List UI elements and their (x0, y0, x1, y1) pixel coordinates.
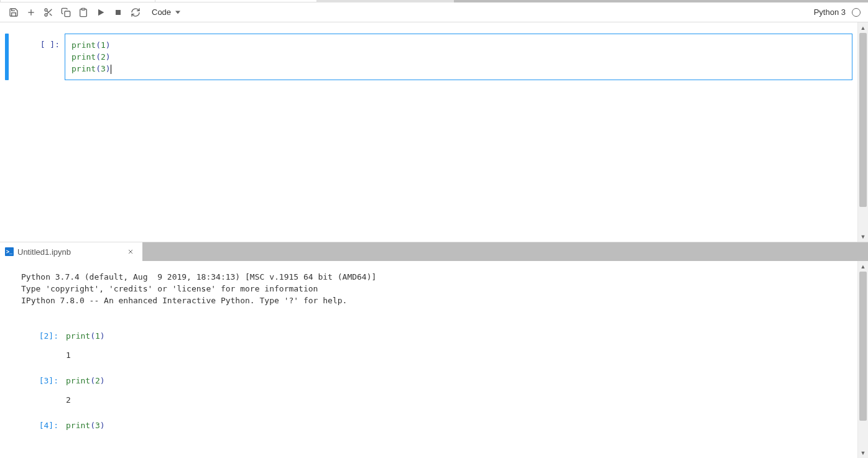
svg-line-5 (50, 13, 52, 16)
console-entry: [2]: print(1) 1 (21, 330, 852, 372)
console-input: print(3) (66, 419, 852, 431)
svg-rect-8 (81, 8, 85, 10)
scrollbar-thumb[interactable] (859, 272, 867, 421)
text-cursor (111, 65, 111, 74)
kernel-name[interactable]: Python 3 (814, 7, 846, 17)
copy-button[interactable] (57, 4, 75, 21)
interrupt-button[interactable] (109, 4, 127, 21)
notebook-scrollbar[interactable]: ▲ ▼ (857, 22, 868, 242)
svg-rect-7 (65, 11, 70, 17)
scroll-down-icon[interactable]: ▼ (858, 231, 868, 242)
console-banner: Python 3.7.4 (default, Aug 9 2019, 18:34… (21, 271, 852, 306)
run-button[interactable] (92, 4, 109, 21)
console-tab[interactable]: >_ Untitled1.ipynb (0, 242, 143, 261)
console-prompt: [3]: (21, 375, 66, 417)
console-output: 1 (66, 349, 852, 361)
cell-prompt: [ ]: (10, 34, 65, 80)
console-output: 2 (66, 394, 852, 406)
restart-button[interactable] (127, 4, 144, 21)
save-button[interactable] (5, 4, 22, 21)
scroll-up-icon[interactable]: ▲ (858, 22, 868, 33)
scrollbar-thumb[interactable] (859, 33, 867, 207)
console-prompt: [2]: (21, 330, 66, 372)
cut-button[interactable] (40, 4, 57, 21)
paste-button[interactable] (75, 4, 92, 21)
console-scrollbar[interactable]: ▲ ▼ (857, 261, 868, 458)
svg-marker-9 (98, 9, 104, 16)
tab-close-button[interactable] (125, 246, 136, 257)
terminal-icon: >_ (5, 247, 14, 256)
code-cell[interactable]: [ ]: print(1) print(2) print(3) (5, 34, 852, 80)
console-prompt: [4]: (21, 419, 66, 442)
console-input: print(1) (66, 330, 852, 342)
console-area[interactable]: Python 3.7.4 (default, Aug 9 2019, 18:34… (0, 261, 857, 458)
tab-label: Untitled1.ipynb (17, 247, 125, 257)
svg-line-6 (47, 11, 48, 12)
notebook-area[interactable]: [ ]: print(1) print(2) print(3) (0, 22, 857, 242)
svg-rect-10 (116, 10, 121, 15)
console-input: print(2) (66, 375, 852, 387)
kernel-status-icon[interactable] (852, 8, 861, 17)
console-entry: [4]: print(3) (21, 419, 852, 442)
notebook-toolbar: Code Python 3 (0, 2, 868, 22)
scroll-up-icon[interactable]: ▲ (858, 261, 868, 272)
console-tabbar: >_ Untitled1.ipynb (0, 242, 868, 261)
svg-point-2 (45, 9, 47, 11)
cell-active-indicator (5, 34, 9, 80)
insert-cell-button[interactable] (22, 4, 40, 21)
svg-point-3 (45, 14, 47, 16)
scroll-down-icon[interactable]: ▼ (858, 447, 868, 458)
console-entry: [3]: print(2) 2 (21, 375, 852, 417)
cell-type-select[interactable]: Code (149, 5, 183, 20)
cell-editor[interactable]: print(1) print(2) print(3) (65, 34, 852, 80)
